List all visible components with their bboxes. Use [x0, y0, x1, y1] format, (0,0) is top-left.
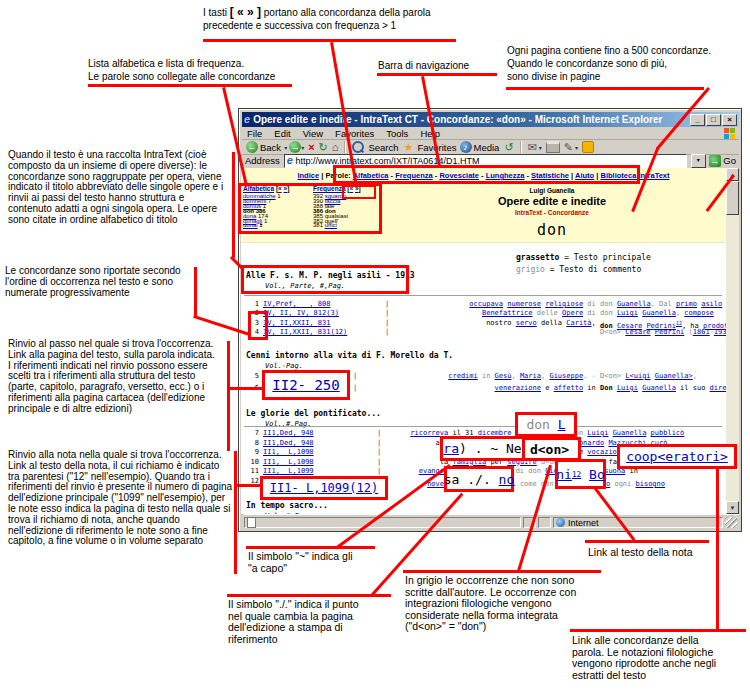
back-icon[interactable]: ←: [246, 141, 258, 153]
text-link[interactable]: 12: [572, 470, 581, 479]
text-link[interactable]: Guanella: [613, 429, 647, 437]
maximize-button[interactable]: □: [706, 114, 721, 126]
text-link[interactable]: direttore: [710, 384, 726, 392]
callout-bracket: [227, 341, 230, 451]
media-label[interactable]: Media: [474, 142, 500, 153]
text-link[interactable]: Indice: [297, 171, 319, 180]
text-link[interactable]: ni: [556, 467, 572, 482]
text-link[interactable]: Bo: [589, 467, 605, 482]
passage-ref-link[interactable]: IV, II,XXII, 831(12): [263, 328, 381, 336]
scroll-down-button[interactable]: ▼: [726, 501, 739, 514]
url-text[interactable]: http://www.intratext.com/IXT/ITA0614/D1.…: [296, 156, 480, 166]
passage-ref-link[interactable]: II1, L,1098: [263, 448, 373, 456]
text-run: Don: [600, 384, 613, 392]
go-button[interactable]: → Go: [709, 155, 736, 167]
text-link[interactable]: Guanella>: [655, 372, 693, 380]
passage-ref-link[interactable]: IV,Pref, , 808: [263, 300, 381, 308]
history-icon[interactable]: ↺: [504, 141, 513, 153]
text-link[interactable]: Giuseppe: [549, 372, 583, 380]
text-link[interactable]: Guanella: [642, 384, 676, 392]
text-link[interactable]: Opere: [562, 309, 583, 317]
passage-ref-link[interactable]: IV, II, IV, 812(3): [263, 309, 381, 317]
text-link[interactable]: Luigi: [617, 309, 638, 317]
address-dropdown-button[interactable]: ▾: [691, 154, 706, 168]
keyword-and-after: D<on> Cesare Pedrini (1861-1939),: [600, 328, 726, 336]
text-link[interactable]: coop<eratori>: [626, 449, 728, 464]
text-link[interactable]: II2- 250: [272, 377, 339, 393]
text-link[interactable]: pubblicò: [651, 429, 685, 437]
text-link[interactable]: religiose: [545, 300, 583, 308]
passage-ref-link[interactable]: II1,Ded, 948: [263, 429, 373, 437]
text-link[interactable]: Guanella: [617, 300, 651, 308]
refresh-icon[interactable]: ↻: [319, 141, 328, 153]
text-link[interactable]: ra: [443, 441, 459, 456]
scroll-thumb[interactable]: [726, 181, 739, 215]
pipe-separator: |: [381, 328, 393, 336]
text-link[interactable]: credimi: [448, 372, 478, 380]
text-link[interactable]: II1- L,1099(12): [270, 481, 378, 495]
print-icon[interactable]: [546, 141, 560, 153]
text-link[interactable]: occupava: [469, 300, 503, 308]
search-label[interactable]: Search: [368, 142, 398, 153]
back-dropdown-icon[interactable]: ▾: [284, 144, 287, 151]
text-link[interactable]: servo: [516, 319, 537, 327]
media-icon[interactable]: ♪: [460, 141, 472, 153]
passage-ref-link[interactable]: II1,Ded, 948: [263, 439, 373, 447]
mail-icon[interactable]: ✉: [528, 141, 537, 153]
close-button[interactable]: ×: [722, 114, 737, 126]
text-link[interactable]: Guanella: [642, 309, 676, 317]
search-icon[interactable]: [352, 141, 364, 153]
text-run: (: [684, 328, 692, 336]
magnifier-coop: coop<eratori>: [617, 444, 737, 469]
minimize-button[interactable]: _: [690, 114, 705, 126]
resize-grip[interactable]: [725, 517, 737, 528]
text-link[interactable]: 1939: [714, 328, 726, 336]
passage-ref-link[interactable]: II1, L,1099: [263, 467, 373, 475]
window-title: Opere edite e inedite - IntraText CT - C…: [253, 114, 689, 125]
stop-icon[interactable]: ×: [308, 141, 314, 153]
mail-dropdown-icon[interactable]: ▾: [539, 144, 542, 151]
text-link[interactable]: Maria: [520, 372, 541, 380]
passage-ref-link[interactable]: II1, L,1098: [263, 458, 373, 466]
menu-edit[interactable]: Edit: [274, 128, 290, 139]
annotation-pages: Ogni pagina contiene fino a 500 concorda…: [507, 44, 732, 83]
forward-icon[interactable]: →: [289, 141, 301, 153]
title-bar[interactable]: e Opere edite e inedite - IntraText CT -…: [242, 112, 739, 127]
messenger-icon[interactable]: [582, 141, 594, 153]
text-link[interactable]: 1861: [693, 328, 710, 336]
text-run: ) . ~ Ne: [459, 441, 522, 456]
text-link[interactable]: numerose: [507, 300, 541, 308]
home-icon[interactable]: ⌂: [332, 141, 339, 153]
text-link[interactable]: Cesare: [625, 328, 650, 336]
pipe-separator: |: [373, 467, 385, 475]
edit-dropdown-icon[interactable]: ▾: [575, 144, 578, 151]
text-link[interactable]: no: [499, 472, 515, 487]
text-link[interactable]: affetto: [554, 384, 584, 392]
go-label: Go: [723, 155, 736, 166]
text-link[interactable]: venerazione: [495, 384, 541, 392]
annotation-collection: Quando il testo è una raccolta IntraText…: [8, 150, 230, 226]
text-link[interactable]: Luigi: [587, 429, 608, 437]
text-link[interactable]: Gesù: [495, 372, 512, 380]
text-link[interactable]: Pedrini: [655, 328, 685, 336]
menu-file[interactable]: File: [247, 128, 262, 139]
toolbar-separator: [520, 141, 522, 153]
concordance-number: 11: [246, 467, 259, 475]
text-link[interactable]: Luigi: [617, 384, 638, 392]
text-link[interactable]: compose: [684, 309, 714, 317]
forward-dropdown-icon[interactable]: ▾: [301, 144, 304, 151]
text-link[interactable]: Benefattrice: [482, 309, 533, 317]
text-link[interactable]: asilo: [701, 300, 722, 308]
menu-tools[interactable]: Tools: [386, 128, 408, 139]
text-link[interactable]: bisogno: [636, 480, 666, 488]
back-label[interactable]: Back: [260, 142, 281, 153]
text-link[interactable]: Carità: [566, 319, 591, 327]
menu-view[interactable]: View: [303, 128, 323, 139]
menu-favorites[interactable]: Favorites: [335, 128, 374, 139]
text-link[interactable]: primo: [676, 300, 697, 308]
edit-icon[interactable]: ✎: [564, 141, 573, 153]
text-link[interactable]: L: [558, 417, 566, 432]
text-link[interactable]: L<uigi: [625, 372, 650, 380]
favorites-star-icon[interactable]: ★: [404, 141, 414, 153]
keyword-and-after: D<on> L<uigi Guanella>,: [600, 372, 697, 380]
